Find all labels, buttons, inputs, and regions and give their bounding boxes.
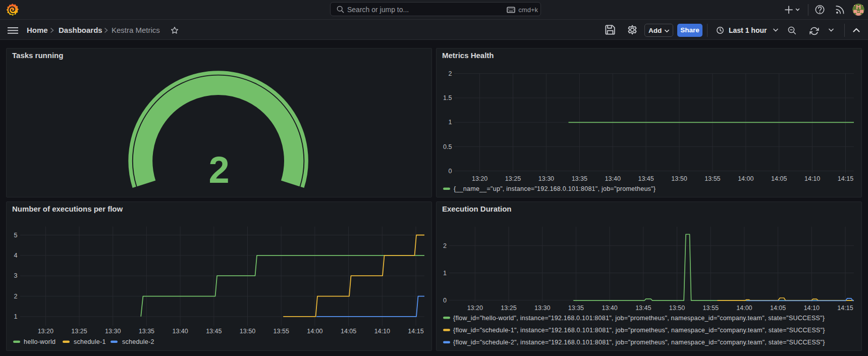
svg-text:13:20: 13:20	[38, 328, 53, 335]
svg-text:2: 2	[449, 70, 452, 77]
svg-text:14:15: 14:15	[837, 304, 853, 312]
svg-text:14:05: 14:05	[341, 328, 356, 335]
svg-text:14:10: 14:10	[804, 175, 820, 182]
svg-text:13:45: 13:45	[635, 304, 651, 312]
svg-text:13:40: 13:40	[605, 175, 621, 182]
svg-text:{flow_id="schedule-1", instanc: {flow_id="schedule-1", instance="192.168…	[453, 327, 825, 334]
svg-text:1: 1	[443, 270, 447, 277]
svg-text:13:55: 13:55	[274, 328, 289, 335]
svg-text:13:40: 13:40	[602, 304, 617, 312]
svg-text:1.5: 1.5	[443, 94, 452, 101]
svg-text:0: 0	[449, 168, 452, 175]
svg-text:schedule-1: schedule-1	[74, 338, 106, 345]
svg-text:hello-world: hello-world	[24, 338, 56, 345]
svg-text:2: 2	[14, 293, 18, 300]
svg-text:14:00: 14:00	[736, 304, 752, 312]
svg-text:0.5: 0.5	[443, 143, 452, 150]
svg-text:13:35: 13:35	[572, 175, 587, 182]
svg-text:13:55: 13:55	[704, 175, 720, 182]
svg-text:13:35: 13:35	[568, 304, 584, 312]
svg-text:2: 2	[208, 149, 229, 191]
svg-text:13:30: 13:30	[534, 304, 550, 312]
svg-text:13:40: 13:40	[172, 328, 188, 335]
svg-text:14:05: 14:05	[770, 304, 786, 312]
svg-text:13:30: 13:30	[105, 328, 121, 335]
svg-text:13:50: 13:50	[671, 175, 687, 182]
svg-text:1: 1	[14, 313, 18, 320]
svg-text:13:25: 13:25	[71, 328, 87, 335]
svg-text:14:15: 14:15	[408, 328, 423, 335]
svg-text:14:15: 14:15	[838, 175, 853, 182]
svg-text:0: 0	[443, 297, 447, 304]
svg-text:13:20: 13:20	[467, 304, 483, 312]
svg-text:13:45: 13:45	[206, 328, 222, 335]
svg-text:14:05: 14:05	[771, 175, 787, 182]
svg-text:13:35: 13:35	[139, 328, 154, 335]
svg-text:{flow_id="hello-world", instan: {flow_id="hello-world", instance="192.16…	[453, 315, 825, 322]
svg-text:4: 4	[14, 252, 18, 259]
svg-text:13:55: 13:55	[703, 304, 719, 312]
svg-text:14:10: 14:10	[804, 304, 820, 312]
svg-text:{__name__="up", instance="192.: {__name__="up", instance="192.168.0.101:…	[454, 185, 656, 192]
svg-text:13:25: 13:25	[505, 175, 521, 182]
svg-text:2: 2	[443, 242, 447, 249]
svg-text:13:30: 13:30	[538, 175, 554, 182]
svg-text:1: 1	[449, 119, 452, 126]
svg-text:13:20: 13:20	[472, 175, 487, 182]
svg-text:14:00: 14:00	[738, 175, 753, 182]
svg-text:14:10: 14:10	[374, 328, 390, 335]
svg-text:13:25: 13:25	[501, 304, 516, 312]
svg-text:schedule-2: schedule-2	[122, 338, 154, 345]
svg-text:5: 5	[14, 232, 18, 239]
svg-text:3: 3	[14, 272, 18, 279]
svg-text:14:00: 14:00	[307, 328, 322, 335]
svg-text:13:50: 13:50	[240, 328, 255, 335]
svg-text:13:50: 13:50	[669, 304, 685, 312]
svg-text:{flow_id="schedule-2", instanc: {flow_id="schedule-2", instance="192.168…	[453, 339, 825, 346]
svg-text:13:45: 13:45	[638, 175, 654, 182]
